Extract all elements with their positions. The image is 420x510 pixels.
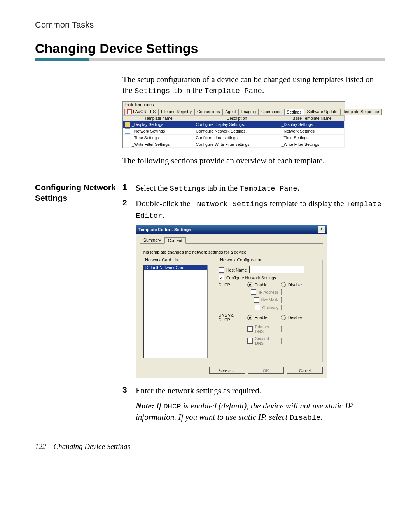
network-card-listbox[interactable]: Default Network Card: [144, 265, 208, 358]
step-body: Double-click the _Network Settings templ…: [136, 198, 385, 221]
hostname-input[interactable]: [249, 266, 304, 273]
group-legend: Network Card List: [144, 258, 180, 262]
dhcp-label: DHCP: [219, 282, 245, 287]
dialog-title: Template Editor - Settings: [138, 227, 191, 232]
network-card-list-group: Network Card List Default Network Card: [140, 258, 211, 362]
panel-title: Task Templates: [123, 102, 345, 107]
tab-operations[interactable]: Operations: [259, 109, 284, 115]
list-item[interactable]: Default Network Card: [144, 265, 207, 270]
tab-summary[interactable]: Summary: [140, 237, 164, 243]
cancel-button[interactable]: Cancel: [287, 367, 323, 374]
tab-agent[interactable]: Agent: [222, 109, 238, 115]
task-templates-screenshot: Task Templates FAVORITES File and Regist…: [122, 101, 345, 148]
table-row[interactable]: _Display Settings Configure Display Sett…: [123, 121, 345, 128]
group-legend: Network Configuration: [219, 258, 264, 262]
configure-network-label: Configure Network Settings: [226, 275, 276, 280]
dhcp-enable-radio[interactable]: [247, 282, 252, 287]
table-row[interactable]: _Time Settings Configure time settings. …: [123, 134, 345, 141]
ip-input: [281, 289, 282, 295]
dialog-description: This template changes the network settin…: [141, 250, 322, 254]
col-description[interactable]: Description: [194, 115, 280, 121]
side-heading: Configuring Network Settings: [35, 182, 122, 203]
gateway-checkbox: [255, 305, 260, 310]
step-number: 2: [122, 198, 136, 221]
tab-imaging[interactable]: Imaging: [239, 109, 259, 115]
second-dns-input: [281, 338, 282, 344]
tab-settings[interactable]: Settings: [284, 109, 304, 115]
running-head: Common Tasks: [35, 20, 385, 30]
table-row[interactable]: _Write Filter Settings Configure Write F…: [123, 141, 345, 147]
step-number: 3: [122, 385, 136, 396]
tab-content[interactable]: Content: [164, 237, 186, 244]
tab-software-update[interactable]: Software Update: [304, 109, 340, 115]
netmask-checkbox: [254, 297, 259, 303]
title-rule: [35, 58, 385, 61]
primary-dns-checkbox: [247, 326, 253, 332]
primary-dns-input: [281, 326, 282, 332]
save-as-button[interactable]: Save as…: [209, 367, 245, 374]
hostname-checkbox[interactable]: [219, 267, 224, 273]
note-paragraph: Note: If DHCP is enabled (default), the …: [136, 400, 385, 423]
template-icon: [125, 135, 130, 140]
table-row[interactable]: _Network Settings Configure Network Sett…: [123, 128, 345, 134]
step-number: 1: [122, 182, 136, 194]
template-icon: [125, 128, 130, 134]
gateway-input: [281, 305, 282, 310]
tab-bar: FAVORITES File and Registry Connections …: [123, 107, 345, 115]
dns-dhcp-label: DNS via DHCP: [219, 313, 245, 322]
close-icon[interactable]: ×: [318, 226, 325, 233]
ip-checkbox: [251, 289, 256, 295]
footer-section: Changing Device Settings: [54, 442, 130, 450]
template-icon: [125, 142, 130, 147]
dns-enable-radio[interactable]: [247, 315, 252, 320]
configure-network-checkbox[interactable]: [219, 275, 224, 280]
tab-connections[interactable]: Connections: [194, 109, 222, 115]
templates-table: Template name Description Base Template …: [123, 115, 345, 148]
dhcp-disable-radio[interactable]: [281, 282, 286, 287]
template-editor-dialog: Template Editor - Settings × Summary Con…: [136, 225, 327, 378]
page-number: 122: [35, 442, 46, 450]
tab-template-sequence[interactable]: Template Sequence: [340, 109, 382, 115]
page-footer: 122 Changing Device Settings: [35, 442, 385, 451]
ok-button[interactable]: OK: [248, 367, 284, 374]
tab-file-registry[interactable]: File and Registry: [158, 109, 194, 115]
step-body: Enter the network settings as required.: [136, 385, 385, 396]
col-base-template[interactable]: Base Template Name: [280, 115, 344, 121]
col-template-name[interactable]: Template name: [123, 115, 194, 121]
template-icon: [125, 122, 130, 127]
intro-paragraph: The setup configuration of a device can …: [122, 74, 385, 96]
page-title: Changing Device Settings: [35, 41, 385, 56]
netmask-input: [281, 297, 282, 303]
second-dns-checkbox: [247, 338, 253, 344]
step-body: Select the Settings tab in the Template …: [136, 182, 385, 194]
after-table-paragraph: The following sections provide an overvi…: [122, 155, 385, 166]
network-config-group: Network Configuration Host Name Configur…: [215, 258, 323, 362]
dns-disable-radio[interactable]: [281, 315, 286, 320]
tab-favorites[interactable]: FAVORITES: [124, 109, 158, 115]
hostname-label: Host Name: [226, 268, 247, 272]
